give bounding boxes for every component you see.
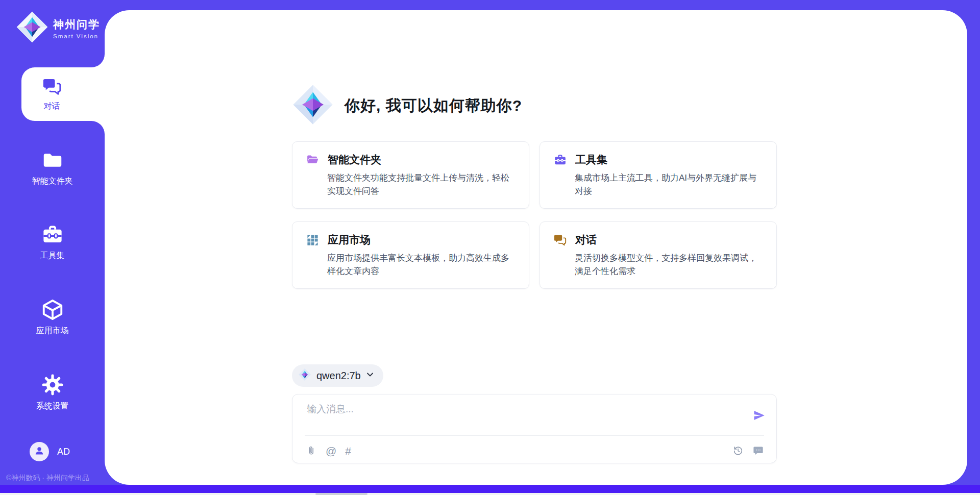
composer: @ #	[292, 394, 777, 463]
sidebar-item-smart-folder[interactable]: 智能文件夹	[0, 148, 105, 187]
sidebar-item-toolbox[interactable]: 工具集	[0, 223, 105, 261]
gear-icon	[40, 373, 65, 397]
folder-open-icon	[306, 153, 320, 167]
app-market-icon	[306, 233, 320, 247]
send-plane-icon	[752, 409, 766, 424]
card-description: 智能文件夹功能支持批量文件上传与清洗，轻松实现文件问答	[327, 171, 516, 197]
message-icon[interactable]	[752, 445, 764, 457]
feature-cards: 智能文件夹 智能文件夹功能支持批量文件上传与清洗，轻松实现文件问答	[292, 141, 777, 289]
person-icon	[33, 444, 45, 459]
greeting-title: 你好, 我可以如何帮助你?	[345, 95, 522, 116]
app-root: 神州问学 Smart Vision 对话 智能文件夹	[0, 0, 980, 495]
sidebar-item-chat[interactable]: 对话	[21, 67, 105, 121]
folder-icon	[41, 148, 64, 172]
chat-bubbles-icon	[553, 233, 567, 247]
history-icon[interactable]	[732, 445, 744, 456]
sidebar-item-settings[interactable]: 系统设置	[0, 373, 105, 412]
copyright: ©神州数码 · 神州问学出品	[6, 474, 89, 483]
send-button[interactable]	[751, 408, 767, 424]
model-name: qwen2:7b	[316, 370, 361, 382]
user-initials: AD	[57, 447, 70, 457]
card-title: 应用市场	[328, 233, 371, 247]
at-icon[interactable]: @	[326, 445, 336, 456]
feature-card-smart-folder[interactable]: 智能文件夹 智能文件夹功能支持批量文件上传与清洗，轻松实现文件问答	[292, 141, 529, 209]
card-title: 智能文件夹	[328, 153, 381, 167]
card-title: 对话	[575, 233, 597, 247]
scrollbar-thumb[interactable]	[315, 493, 368, 495]
message-input[interactable]	[307, 403, 730, 432]
horizontal-scrollbar[interactable]	[0, 493, 980, 495]
toolbox-icon	[553, 153, 567, 167]
chevron-down-icon	[366, 370, 374, 381]
main-panel: 你好, 我可以如何帮助你? 智能文件夹 智能文件夹功能支持批量文件上传与清洗，轻…	[105, 10, 967, 485]
feature-card-toolbox[interactable]: 工具集 集成市场上主流工具，助力AI与外界无缝扩展与对接	[540, 141, 777, 209]
brand-subtitle: Smart Vision	[53, 33, 100, 39]
bottom-strip	[0, 485, 980, 493]
toolbox-icon	[41, 223, 64, 246]
paperclip-icon[interactable]	[306, 445, 317, 456]
diamond-logo-icon	[298, 368, 311, 383]
tab-fillet-bottom	[91, 121, 105, 134]
sidebar-item-app-market[interactable]: 应用市场	[0, 298, 105, 336]
model-selector[interactable]: qwen2:7b	[292, 364, 383, 387]
sidebar-item-label: 对话	[44, 101, 60, 112]
composer-toolbar: @ #	[306, 442, 764, 459]
feature-card-app-market[interactable]: 应用市场 应用市场提供丰富长文本模板，助力高效生成多样化文章内容	[292, 221, 529, 289]
brand-name: 神州问学	[53, 17, 100, 32]
card-description: 应用市场提供丰富长文本模板，助力高效生成多样化文章内容	[327, 252, 516, 278]
chat-bubbles-icon	[42, 77, 62, 97]
sidebar-item-label: 智能文件夹	[32, 176, 73, 187]
sidebar: 神州问学 Smart Vision 对话 智能文件夹	[0, 0, 105, 495]
diamond-logo-icon	[15, 10, 49, 46]
brand-logo: 神州问学 Smart Vision	[15, 10, 100, 46]
sidebar-item-label: 系统设置	[36, 401, 69, 412]
feature-card-chat[interactable]: 对话 灵活切换多模型文件，支持多样回复效果调试，满足个性化需求	[540, 221, 777, 289]
card-title: 工具集	[575, 153, 607, 167]
card-description: 灵活切换多模型文件，支持多样回复效果调试，满足个性化需求	[575, 252, 763, 278]
user-profile[interactable]: AD	[30, 442, 70, 461]
brand-text: 神州问学 Smart Vision	[53, 17, 100, 39]
cube-icon	[41, 298, 64, 321]
diamond-logo-icon	[291, 83, 334, 128]
sidebar-item-label: 工具集	[40, 251, 65, 261]
tab-fillet-top	[91, 54, 105, 67]
hash-icon[interactable]: #	[345, 445, 351, 456]
avatar	[30, 442, 49, 461]
composer-divider	[305, 435, 764, 436]
welcome-header: 你好, 我可以如何帮助你?	[291, 83, 522, 128]
sidebar-item-label: 应用市场	[36, 326, 69, 336]
card-description: 集成市场上主流工具，助力AI与外界无缝扩展与对接	[575, 171, 763, 197]
